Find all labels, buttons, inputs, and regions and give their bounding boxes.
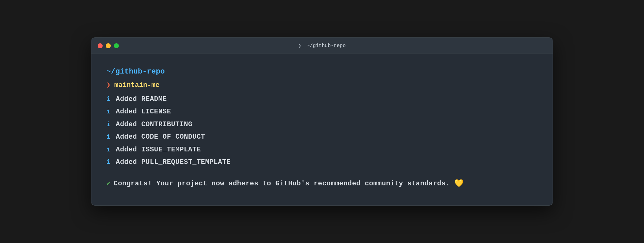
close-button[interactable]: [98, 43, 103, 48]
title-bar: ❯_ ~/github-repo: [91, 38, 553, 54]
info-icon: i: [106, 119, 111, 130]
prompt-arrow: ❯: [106, 79, 110, 92]
info-icon: i: [106, 157, 111, 168]
list-item: i Added PULL_REQUEST_TEMPLATE: [106, 156, 538, 169]
congrats-text: Congrats! Your project now adheres to Gi…: [114, 178, 450, 190]
info-text: Added LICENSE: [116, 106, 171, 118]
check-icon: ✔: [106, 178, 110, 190]
title-bar-center: ❯_ ~/github-repo: [298, 43, 346, 49]
prompt-line: ❯ maintain-me: [106, 79, 538, 92]
list-item: i Added LICENSE: [106, 106, 538, 118]
info-text: Added ISSUE_TEMPLATE: [116, 144, 201, 156]
info-text: Added README: [116, 93, 167, 106]
terminal-icon: ❯_: [298, 43, 304, 49]
info-icon: i: [106, 94, 111, 105]
traffic-lights: [98, 43, 119, 48]
list-item: i Added CONTRIBUTING: [106, 119, 538, 131]
minimize-button[interactable]: [106, 43, 111, 48]
info-text: Added CONTRIBUTING: [116, 119, 193, 131]
maximize-button[interactable]: [114, 43, 119, 48]
current-path: ~/github-repo: [106, 65, 538, 78]
congrats-line: ✔ Congrats! Your project now adheres to …: [106, 177, 538, 190]
prompt-command: maintain-me: [114, 79, 159, 92]
list-item: i Added ISSUE_TEMPLATE: [106, 144, 538, 156]
info-text: Added CODE_OF_CONDUCT: [116, 131, 205, 143]
info-icon: i: [106, 131, 111, 142]
terminal-window: ❯_ ~/github-repo ~/github-repo ❯ maintai…: [91, 37, 553, 206]
window-title: ~/github-repo: [307, 43, 346, 49]
info-text: Added PULL_REQUEST_TEMPLATE: [116, 156, 231, 169]
info-icon: i: [106, 144, 111, 155]
info-icon: i: [106, 106, 111, 117]
heart-emoji: 💛: [454, 177, 464, 190]
list-item: i Added CODE_OF_CONDUCT: [106, 131, 538, 143]
list-item: i Added README: [106, 93, 538, 106]
terminal-body: ~/github-repo ❯ maintain-me i Added READ…: [91, 54, 553, 205]
